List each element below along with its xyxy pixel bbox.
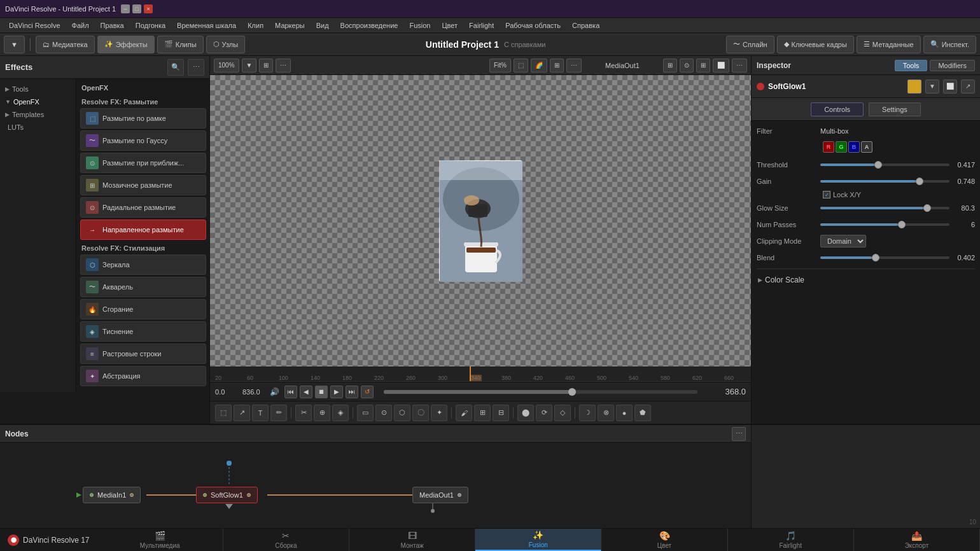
inspector-action-3[interactable]: ↗: [961, 80, 975, 94]
scrubbar-head[interactable]: [568, 388, 576, 396]
param-blend-slider[interactable]: [820, 256, 949, 259]
param-numpasses-slider[interactable]: [820, 223, 949, 226]
glowsize-thumb[interactable]: [923, 204, 931, 212]
viewer-grid3-btn[interactable]: ⊞: [696, 59, 710, 73]
menu-davinci[interactable]: DaVinci Resolve: [4, 20, 66, 31]
inspector-tools-btn[interactable]: Tools: [895, 60, 928, 71]
viewer-display-btn[interactable]: ⬚: [514, 59, 528, 73]
tool-text[interactable]: T: [252, 405, 269, 421]
playback-scrubbar[interactable]: [384, 390, 697, 394]
threshold-thumb[interactable]: [874, 161, 882, 169]
menu-timeline[interactable]: Временная шкала: [172, 20, 241, 31]
timeline-ruler[interactable]: 20 60 100 140 180 220 260 300 340 380 42…: [210, 366, 751, 382]
fx-item-emboss[interactable]: ◈ Тиснение: [80, 321, 206, 342]
bottom-tab-color[interactable]: 🎨 Цвет: [601, 529, 727, 551]
bottom-tab-export[interactable]: 📤 Экспорт: [854, 529, 980, 551]
fx-item-watercolor[interactable]: 〜 Акварель: [80, 277, 206, 297]
menu-workspace[interactable]: Рабочая область: [500, 20, 566, 31]
minimize-button[interactable]: –: [121, 4, 130, 13]
tree-item-templates[interactable]: ▶ Templates: [0, 108, 76, 121]
toolbar-mediateka-btn[interactable]: 🗂 Медиатека: [36, 36, 95, 53]
menu-playback[interactable]: Воспроизведение: [335, 20, 403, 31]
blend-thumb[interactable]: [872, 254, 879, 262]
menu-fairlight[interactable]: Fairlight: [464, 20, 499, 31]
param-threshold-slider[interactable]: [820, 164, 949, 166]
menu-help[interactable]: Справка: [567, 20, 605, 31]
playhead-line[interactable]: [470, 366, 471, 381]
bottom-tab-media[interactable]: 🎬 Мультимедиа: [97, 529, 223, 551]
goto-start-btn[interactable]: ⏮: [284, 386, 297, 398]
toolbar-inspector-btn[interactable]: 🔍 Инспект.: [923, 36, 976, 53]
param-glowsize-slider[interactable]: [820, 207, 949, 209]
tool-color2[interactable]: ⊗: [598, 405, 614, 421]
toolbar-effects-btn[interactable]: ✨ Эффекты: [97, 36, 155, 53]
tool-draw[interactable]: ✏: [270, 405, 287, 421]
toolbar-spline-btn[interactable]: 〜 Сплайн: [726, 36, 774, 53]
numpasses-thumb[interactable]: [898, 221, 906, 228]
tool-polygon[interactable]: ⬡: [394, 405, 410, 421]
bottom-tab-cut[interactable]: ✂ Сборка: [223, 529, 349, 551]
menu-color[interactable]: Цвет: [437, 20, 463, 31]
bottom-tab-fairlight[interactable]: 🎵 Fairlight: [728, 529, 854, 551]
toolbar-metadata-btn[interactable]: ☰ Метаданные: [857, 36, 921, 53]
viewer-settings-btn[interactable]: ⋯: [732, 59, 747, 73]
goto-end-btn[interactable]: ⏭: [346, 386, 358, 398]
fx-item-mosaic-blur[interactable]: ⊞ Мозаичное размытие: [80, 175, 206, 195]
gain-thumb[interactable]: [916, 178, 923, 185]
tool-tracker[interactable]: ⬤: [517, 405, 534, 421]
nodes-more-btn[interactable]: ⋯: [732, 427, 746, 441]
fx-item-directional-blur[interactable]: → Направленное размытие: [80, 220, 206, 240]
viewer-grid2-btn[interactable]: ⊞: [550, 59, 564, 73]
fx-item-radial-blur[interactable]: ⊙ Радиальное размытие: [80, 197, 206, 218]
tool-mask[interactable]: ⊟: [493, 405, 509, 421]
bottom-tab-fusion[interactable]: ✨ Fusion: [475, 529, 601, 551]
play-reverse-btn[interactable]: ◀: [300, 386, 312, 398]
viewer-channels-btn[interactable]: 🌈: [531, 59, 547, 73]
viewer-screen-btn[interactable]: ⊞: [663, 59, 677, 73]
menu-trim[interactable]: Подгонка: [130, 20, 171, 31]
tree-item-tools[interactable]: ▶ Tools: [0, 83, 76, 95]
inspector-settings-tab[interactable]: Settings: [869, 102, 921, 116]
bottom-tab-edit[interactable]: 🎞 Монтаж: [349, 529, 475, 551]
viewer-grid-btn[interactable]: ⊞: [259, 59, 273, 73]
inspector-action-1[interactable]: ▼: [925, 80, 939, 94]
effects-more-btn[interactable]: ⋯: [188, 59, 204, 76]
viewer-color-btn[interactable]: ⊙: [680, 59, 694, 73]
fx-item-zoom-blur[interactable]: ⊙ Размытие при приближ...: [80, 153, 206, 173]
tool-clone[interactable]: ⊞: [474, 405, 491, 421]
tree-item-luts[interactable]: LUTs: [0, 121, 76, 134]
tool-select[interactable]: ⬚: [215, 405, 232, 421]
menu-view[interactable]: Вид: [311, 20, 334, 31]
param-clipping-dropdown[interactable]: Domain Frame None: [820, 235, 866, 248]
color-scale-row[interactable]: ▶ Color Scale: [757, 273, 975, 287]
channel-a-btn[interactable]: A: [861, 141, 872, 153]
close-button[interactable]: ×: [144, 4, 153, 13]
tool-color1[interactable]: ☽: [579, 405, 596, 421]
node-softglow1[interactable]: SoftGlow1: [196, 487, 258, 503]
inspector-controls-tab[interactable]: Controls: [811, 102, 864, 116]
fx-item-mirrors[interactable]: ⬡ Зеркала: [80, 255, 206, 275]
toolbar-keyframes-btn[interactable]: ◆ Ключевые кадры: [777, 36, 854, 53]
effects-search-btn[interactable]: 🔍: [167, 59, 184, 76]
fx-item-gauss-blur[interactable]: 〜 Размытие по Гауссу: [80, 130, 206, 151]
tool-ellipse[interactable]: ⊙: [375, 405, 392, 421]
toolbar-clips-btn[interactable]: 🎬 Клипы: [157, 36, 204, 53]
channel-b-btn[interactable]: B: [848, 141, 860, 153]
fx-item-scanlines[interactable]: ≡ Растровые строки: [80, 344, 206, 364]
channel-r-btn[interactable]: R: [823, 141, 834, 153]
tool-3d[interactable]: ◇: [554, 405, 571, 421]
menu-clip[interactable]: Клип: [242, 20, 269, 31]
inspector-action-2[interactable]: ⬜: [943, 80, 957, 94]
node-mediain1[interactable]: MediaIn1: [83, 487, 141, 503]
tool-paint[interactable]: 🖌: [456, 405, 472, 421]
toolbar-dropdown-btn[interactable]: ▼: [4, 36, 25, 53]
tool-rect[interactable]: ▭: [357, 405, 374, 421]
channel-g-btn[interactable]: G: [836, 141, 847, 153]
lockxy-checkbox[interactable]: ✓: [823, 191, 830, 199]
fx-item-box-blur[interactable]: ⬚ Размытие по рамке: [80, 108, 206, 129]
toolbar-nodes-btn[interactable]: ⬡ Узлы: [206, 36, 246, 53]
tree-item-openfx[interactable]: ▼ OpenFX: [0, 95, 76, 108]
node-color-swatch[interactable]: [907, 80, 921, 94]
play-forward-btn[interactable]: ▶: [330, 386, 343, 398]
maximize-button[interactable]: □: [132, 4, 141, 13]
